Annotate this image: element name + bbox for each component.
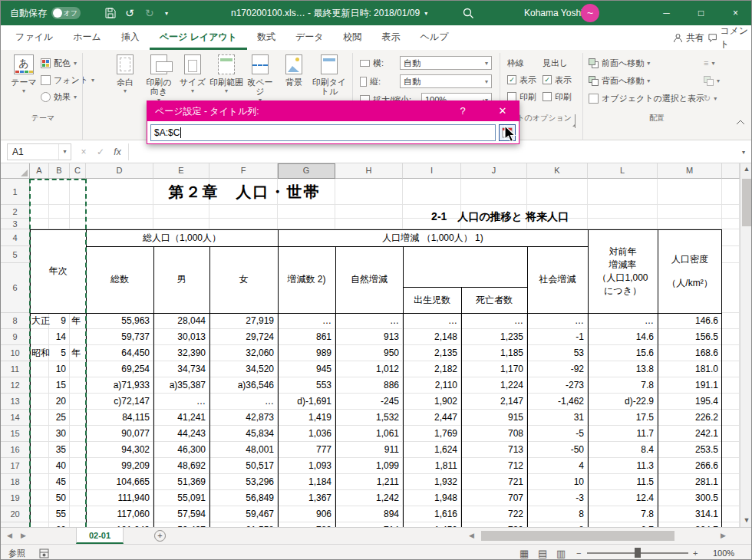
cell-M13[interactable]: 195.4 xyxy=(658,394,722,410)
collapse-ribbon-button[interactable] xyxy=(736,114,745,128)
width-combo[interactable]: 自動▾ xyxy=(400,56,492,70)
cell-B8[interactable]: 9 xyxy=(49,313,70,329)
cell-L17[interactable]: 11.3 xyxy=(588,458,658,474)
row-header-10[interactable]: 10 xyxy=(1,345,30,361)
size-button[interactable]: サイズ▾ xyxy=(176,53,209,96)
cell-K13[interactable]: -1,462 xyxy=(527,394,588,410)
cell-B18[interactable]: 45 xyxy=(49,474,70,490)
tab-挿入[interactable]: 挿入 xyxy=(111,25,150,50)
hscroll-right-icon[interactable]: ▶ xyxy=(721,532,726,539)
cell-H11[interactable]: 1,012 xyxy=(335,361,403,377)
page-breaks-button[interactable]: 改ページ▾ xyxy=(243,53,277,105)
cell-B19[interactable]: 50 xyxy=(49,490,70,506)
cell-D11[interactable]: 69,254 xyxy=(86,361,153,377)
cell-L18[interactable]: 11.5 xyxy=(588,474,658,490)
cell-D10[interactable]: 64,450 xyxy=(86,345,153,361)
cell-H12[interactable]: 886 xyxy=(335,377,403,394)
enter-button[interactable]: ✓ xyxy=(93,143,108,160)
cell-L9[interactable]: 14.6 xyxy=(588,329,658,345)
cell-I19[interactable]: 1,948 xyxy=(403,490,461,506)
cell-G20[interactable]: 906 xyxy=(278,506,335,522)
cell-H19[interactable]: 1,242 xyxy=(335,490,403,506)
height-combo[interactable]: 自動▾ xyxy=(400,74,492,88)
cell-G17[interactable]: 1,093 xyxy=(278,458,335,474)
tab-数式[interactable]: 数式 xyxy=(247,25,285,50)
cell-D18[interactable]: 104,665 xyxy=(86,474,153,490)
column-header-I[interactable]: I xyxy=(403,163,461,179)
tab-校閲[interactable]: 校閲 xyxy=(334,25,372,50)
sheet-grid[interactable]: 12345689101112131415161718192021第２章 人口・世… xyxy=(1,179,740,527)
cell-J17[interactable]: 712 xyxy=(461,458,527,474)
bring-forward-button[interactable]: 前面へ移動▾ xyxy=(589,56,650,70)
cell-B17[interactable]: 40 xyxy=(49,458,70,474)
dialog-title-bar[interactable]: ページ設定 - タイトル列: ? ✕ xyxy=(147,101,519,121)
cell-L11[interactable]: 13.8 xyxy=(588,361,658,377)
cell-M19[interactable]: 300.5 xyxy=(658,490,722,506)
prev-sheet-icon[interactable]: ◀ xyxy=(7,532,12,539)
add-sheet-button[interactable]: + xyxy=(154,530,166,542)
cell-C10[interactable]: 年 xyxy=(70,345,86,361)
cell-G19[interactable]: 1,367 xyxy=(278,490,335,506)
cell-I8[interactable]: … xyxy=(403,313,461,329)
cell-F19[interactable]: 56,849 xyxy=(209,490,278,506)
horizontal-scroll-thumb[interactable] xyxy=(481,531,674,541)
cell-L13[interactable]: d)-22.9 xyxy=(588,394,658,410)
cell-B20[interactable]: 55 xyxy=(49,506,70,522)
cell-D12[interactable]: a)71,933 xyxy=(86,377,153,394)
name-box[interactable]: A1 ▾ xyxy=(7,143,71,160)
cancel-button[interactable]: × xyxy=(76,143,91,160)
print-titles-button[interactable]: 印刷タイトル xyxy=(311,53,348,96)
search-button[interactable] xyxy=(463,1,474,25)
cell-G9[interactable]: 861 xyxy=(278,329,335,345)
cell-L14[interactable]: 17.5 xyxy=(588,410,658,426)
row-header-5[interactable]: 5 xyxy=(1,246,30,263)
cell-D15[interactable]: 90,077 xyxy=(86,426,153,442)
macro-record-button[interactable] xyxy=(39,545,49,560)
cell-K15[interactable]: -5 xyxy=(527,426,588,442)
zoom-slider-thumb[interactable] xyxy=(635,548,641,558)
cell-A8[interactable]: 大正 xyxy=(30,313,49,329)
cell-L16[interactable]: 8.4 xyxy=(588,442,658,458)
cell-J12[interactable]: 1,224 xyxy=(461,377,527,394)
cell-I10[interactable]: 2,135 xyxy=(403,345,461,361)
cell-E11[interactable]: 34,734 xyxy=(153,361,209,377)
row-header-17[interactable]: 17 xyxy=(1,458,30,474)
cell-M14[interactable]: 226.2 xyxy=(658,410,722,426)
cell-A10[interactable]: 昭和 xyxy=(30,345,49,361)
cell-K14[interactable]: 31 xyxy=(527,410,588,426)
cell-F18[interactable]: 53,296 xyxy=(209,474,278,490)
cell-F9[interactable]: 29,724 xyxy=(209,329,278,345)
column-header-F[interactable]: F xyxy=(209,163,278,179)
align-button[interactable]: ≡▾ xyxy=(704,56,714,70)
cell-I20[interactable]: 1,616 xyxy=(403,506,461,522)
row-header-13[interactable]: 13 xyxy=(1,394,30,410)
cell-K17[interactable]: 4 xyxy=(527,458,588,474)
cell-L19[interactable]: 12.4 xyxy=(588,490,658,506)
cell-F13[interactable]: … xyxy=(209,394,278,410)
cell-J19[interactable]: 707 xyxy=(461,490,527,506)
margins-button[interactable]: 余白▾ xyxy=(108,53,142,96)
cell-F15[interactable]: 45,834 xyxy=(209,426,278,442)
rotate-button[interactable]: ↻▾ xyxy=(704,91,717,105)
column-header-C[interactable]: C xyxy=(70,163,86,179)
row-header-2[interactable]: 2 xyxy=(1,205,30,219)
cell-I11[interactable]: 2,182 xyxy=(403,361,461,377)
print-area-button[interactable]: 印刷範囲▾ xyxy=(209,53,243,96)
cell-H20[interactable]: 894 xyxy=(335,506,403,522)
avatar[interactable]: ~ xyxy=(581,4,599,22)
name-box-chevron-icon[interactable]: ▾ xyxy=(58,144,71,160)
cell-K8[interactable]: … xyxy=(527,313,588,329)
cell-D16[interactable]: 94,302 xyxy=(86,442,153,458)
cell-J14[interactable]: 915 xyxy=(461,410,527,426)
cell-H16[interactable]: 911 xyxy=(335,442,403,458)
row-header-6[interactable]: 6 xyxy=(1,263,30,313)
column-header-B[interactable]: B xyxy=(49,163,70,179)
cell-G16[interactable]: 777 xyxy=(278,442,335,458)
vertical-scroll-thumb[interactable] xyxy=(742,179,751,226)
cell-I14[interactable]: 2,447 xyxy=(403,410,461,426)
cell-H13[interactable]: -245 xyxy=(335,394,403,410)
cell-L10[interactable]: 15.6 xyxy=(588,345,658,361)
headings-view-checkbox[interactable]: ✓表示 xyxy=(543,73,572,87)
group-objects-button[interactable]: ▾ xyxy=(704,74,720,87)
row-header-14[interactable]: 14 xyxy=(1,410,30,426)
